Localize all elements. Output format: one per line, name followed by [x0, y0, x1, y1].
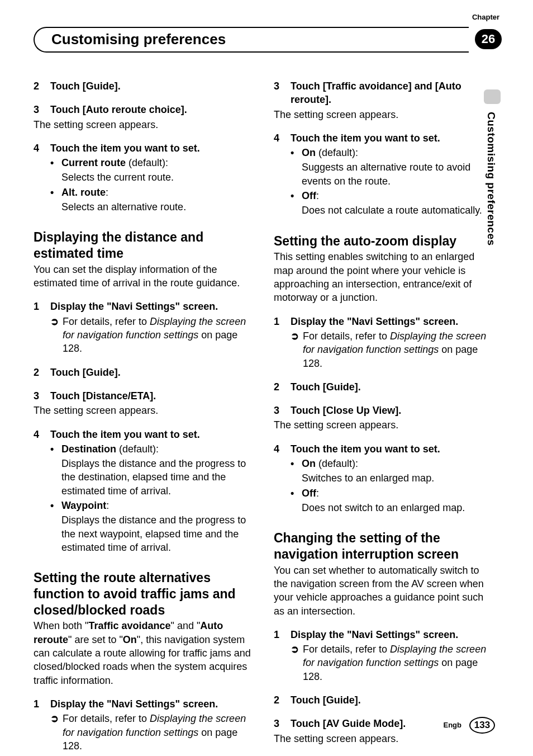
reference-text: For details, refer to Displaying the scr…	[63, 712, 251, 753]
bullet-label: Destination	[61, 443, 116, 455]
step: 2 Touch [Guide].	[274, 380, 492, 394]
step-number: 1	[34, 300, 41, 313]
reference-text: For details, refer to Displaying the scr…	[303, 329, 492, 370]
step: 1 Display the "Navi Settings" screen.	[34, 697, 251, 711]
page-number: 133	[469, 717, 495, 734]
step: 4 Touch the item you want to set.	[34, 428, 251, 441]
content-columns: 2 Touch [Guide]. 3 Touch [Auto reroute c…	[34, 69, 492, 756]
step-text: Display the "Navi Settings" screen.	[291, 628, 458, 641]
bullet-item: • Current route (default):	[50, 156, 251, 169]
bullet-icon: •	[50, 186, 56, 199]
bullet-suffix: (default):	[126, 157, 168, 168]
left-column: 2 Touch [Guide]. 3 Touch [Auto reroute c…	[34, 69, 251, 756]
step: 4 Touch the item you want to set.	[274, 442, 492, 456]
step-number: 2	[274, 693, 282, 707]
bullet-suffix: (default):	[116, 443, 159, 455]
section-heading: Changing the setting of the navigation i…	[274, 530, 492, 563]
step-text: Touch [Guide].	[291, 380, 361, 394]
bullet-suffix: :	[106, 187, 108, 198]
step: 2 Touch [Guide].	[34, 79, 251, 93]
step-text: Display the "Navi Settings" screen.	[50, 697, 218, 711]
step-text: Touch the item you want to set.	[50, 428, 200, 441]
bullet-desc: Selects the current route.	[61, 171, 251, 184]
bullet-item: • Waypoint:	[50, 499, 251, 512]
bullet-desc: Suggests an alternative route to avoid e…	[302, 160, 492, 188]
step: 4 Touch the item you want to set.	[274, 131, 492, 145]
reference-text: For details, refer to Displaying the scr…	[63, 315, 251, 356]
reference-icon: ➲	[50, 315, 58, 356]
step-text: Touch [Guide].	[291, 693, 361, 707]
bullet-label: Waypoint	[61, 500, 106, 511]
step-note: The setting screen appears.	[274, 418, 492, 432]
reference-item: ➲ For details, refer to Displaying the s…	[50, 315, 251, 356]
step-text: Touch the item you want to set.	[291, 131, 440, 145]
step-number: 3	[34, 389, 41, 403]
step-number: 2	[34, 366, 41, 379]
section-intro: When both "Traffic avoidance" and "Auto …	[34, 619, 251, 687]
bullet-icon: •	[50, 156, 56, 169]
bullet-label: On	[302, 458, 316, 469]
step-text: Touch the item you want to set.	[50, 141, 200, 155]
reference-item: ➲ For details, refer to Displaying the s…	[291, 329, 492, 370]
reference-icon: ➲	[50, 712, 58, 753]
bullet-icon: •	[50, 499, 56, 512]
step: 3 Touch [Distance/ETA].	[34, 389, 251, 403]
step-number: 4	[34, 428, 41, 441]
bullet-desc: Switches to an enlarged map.	[302, 471, 492, 485]
section-heading: Setting the auto-zoom display	[274, 233, 492, 249]
step-number: 4	[34, 141, 41, 155]
bullet-desc: Displays the distance and the progress t…	[61, 513, 251, 554]
step: 3 Touch [Auto reroute choice].	[34, 103, 251, 116]
bullet-item: • Off:	[291, 189, 492, 202]
bullet-suffix: :	[316, 190, 319, 201]
bullet-desc: Does not calculate a route automatically…	[302, 204, 492, 217]
bullet-desc: Selects an alternative route.	[61, 200, 251, 214]
reference-icon: ➲	[291, 642, 298, 683]
bullet-icon: •	[291, 146, 296, 159]
step-text: Touch the item you want to set.	[291, 442, 440, 456]
bullet-label: Off	[302, 488, 316, 499]
bullet-icon: •	[291, 486, 296, 500]
step-note: The setting screen appears.	[274, 732, 492, 745]
step-text: Touch [Distance/ETA].	[50, 389, 156, 403]
step-text: Touch [Auto reroute choice].	[50, 103, 187, 116]
step-text: Touch [Guide].	[50, 79, 121, 93]
step-text: Display the "Navi Settings" screen.	[50, 300, 218, 313]
reference-item: ➲ For details, refer to Displaying the s…	[291, 642, 492, 683]
step: 1 Display the "Navi Settings" screen.	[274, 628, 492, 641]
bullet-item: • Alt. route:	[50, 186, 251, 199]
step-number: 1	[34, 697, 41, 711]
step-note: The setting screen appears.	[34, 118, 251, 131]
title-bar: Customising preferences	[34, 27, 469, 53]
bullet-suffix: :	[316, 488, 319, 499]
bullet-item: • On (default):	[291, 457, 492, 470]
section-intro: This setting enables switching to an enl…	[274, 250, 492, 304]
section-heading: Displaying the distance and estimated ti…	[34, 229, 251, 262]
step-note: The setting screen appears.	[34, 404, 251, 417]
footer-lang: Engb	[444, 720, 462, 730]
bullet-item: • On (default):	[291, 146, 492, 159]
step: 1 Display the "Navi Settings" screen.	[34, 300, 251, 313]
step: 3 Touch [Close Up View].	[274, 404, 492, 417]
step-text: Display the "Navi Settings" screen.	[291, 315, 458, 328]
step: 4 Touch the item you want to set.	[34, 141, 251, 155]
page-footer: Engb 133	[444, 717, 496, 734]
step-number: 1	[274, 315, 282, 328]
step-number: 4	[274, 442, 282, 456]
step-number: 2	[34, 79, 41, 93]
step-text: Touch [Close Up View].	[291, 404, 401, 417]
section-heading: Setting the route alternatives function …	[34, 570, 251, 618]
step: 1 Display the "Navi Settings" screen.	[274, 315, 492, 328]
step-text: Touch [Guide].	[50, 366, 121, 379]
reference-text: For details, refer to Displaying the scr…	[303, 642, 492, 683]
bullet-suffix: (default):	[316, 458, 358, 469]
section-intro: You can set whether to automatically swi…	[274, 564, 492, 618]
step-number: 3	[274, 717, 282, 730]
bullet-label: Current route	[61, 157, 126, 168]
reference-item: ➲ For details, refer to Displaying the s…	[50, 712, 251, 753]
chapter-label: Chapter	[472, 12, 499, 22]
step: 2 Touch [Guide].	[274, 693, 492, 707]
bullet-icon: •	[291, 457, 296, 470]
step-number: 3	[274, 79, 282, 107]
bullet-item: • Destination (default):	[50, 442, 251, 456]
